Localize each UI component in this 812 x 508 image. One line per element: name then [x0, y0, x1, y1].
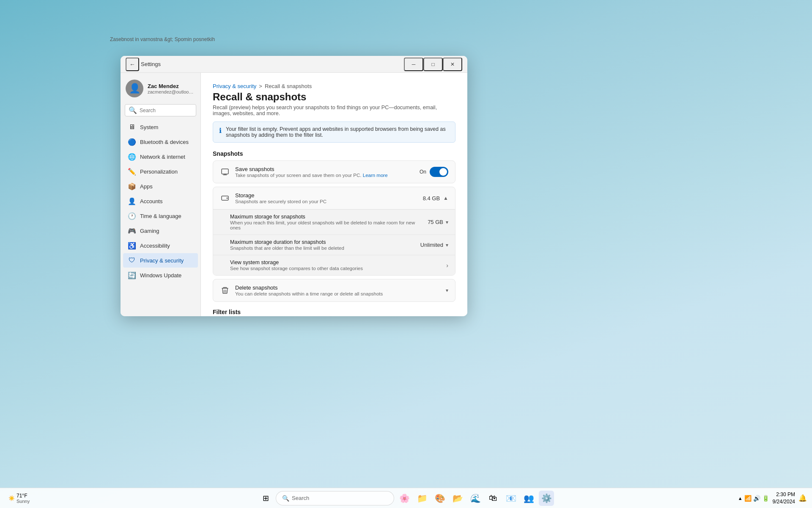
sidebar-item-update[interactable]: 🔄 Windows Update — [123, 268, 198, 282]
main-content: Privacy & security > Recall & snapshots … — [201, 73, 467, 316]
page-title: Recall & snapshots — [213, 91, 455, 103]
taskbar-search-icon: 🔍 — [282, 495, 289, 502]
save-snapshots-toggle[interactable] — [430, 167, 448, 177]
storage-expand-chevron[interactable]: ▲ — [443, 195, 448, 201]
view-system-row[interactable]: View system storage See how snapshot sto… — [213, 255, 455, 275]
storage-card: Storage Snapshots are securely stored on… — [213, 187, 455, 276]
view-system-text: View system storage See how snapshot sto… — [230, 260, 441, 271]
user-name: Zac Mendez — [148, 83, 195, 89]
snapshots-section: Snapshots Save snapshots Take snapshots … — [213, 150, 455, 302]
save-snapshots-desc: Take snapshots of your screen and save t… — [235, 173, 414, 178]
max-duration-dropdown[interactable]: Unlimited ▾ — [420, 242, 448, 248]
taskbar-center: ⊞ 🔍 Search 🌸 📁 🎨 📂 🌊 🛍 📧 👥 ⚙️ — [258, 491, 554, 506]
user-email: zacmendez@outlook.com — [148, 89, 195, 94]
window-title: Settings — [141, 61, 404, 67]
max-storage-label: Maximum storage for snapshots — [230, 214, 422, 220]
taskbar-files-icon[interactable]: 🌸 — [397, 491, 412, 506]
taskbar: ☀️ 71°F Sunny ⊞ 🔍 Search 🌸 📁 🎨 📂 🌊 🛍 📧 👥… — [0, 488, 812, 508]
sidebar-item-bluetooth-label: Bluetooth & devices — [140, 139, 189, 145]
taskbar-search-box[interactable]: 🔍 Search — [276, 491, 394, 505]
max-duration-desc: Snapshots that are older than the limit … — [230, 246, 415, 251]
max-duration-chevron: ▾ — [446, 242, 448, 248]
sidebar-item-network[interactable]: 🌐 Network & internet — [123, 149, 198, 164]
storage-desc: Snapshots are securely stored on your PC — [235, 199, 418, 204]
sidebar-item-privacy[interactable]: 🛡 Privacy & security — [123, 253, 198, 268]
save-snapshots-learn-more[interactable]: Learn more — [363, 173, 388, 178]
clock[interactable]: 2:30 PM 9/24/2024 — [773, 491, 795, 505]
taskbar-folder-icon[interactable]: 📂 — [450, 491, 465, 506]
breadcrumb-nav: Privacy & security > Recall & snapshots — [213, 83, 455, 89]
network-tray-icon[interactable]: 📶 — [744, 495, 752, 502]
minimize-button[interactable]: ─ — [404, 58, 423, 71]
breadcrumb-parent[interactable]: Privacy & security — [213, 83, 256, 89]
time-icon: 🕐 — [128, 212, 136, 220]
delete-snapshots-desc: You can delete snapshots within a time r… — [235, 291, 441, 296]
max-storage-text: Maximum storage for snapshots When you r… — [230, 214, 422, 230]
taskbar-search-label: Search — [292, 495, 309, 501]
sidebar-search-input[interactable] — [140, 108, 192, 113]
user-profile[interactable]: 👤 Zac Mendez zacmendez@outlook.com — [121, 76, 200, 102]
breadcrumb-current: Recall & snapshots — [265, 83, 312, 89]
sidebar-item-accessibility[interactable]: ♿ Accessibility — [123, 238, 198, 253]
apps-icon: 📦 — [128, 182, 136, 190]
max-storage-dropdown[interactable]: 75 GB ▾ — [428, 219, 448, 225]
volume-icon[interactable]: 🔊 — [753, 495, 760, 502]
gaming-icon: 🎮 — [128, 227, 136, 235]
svg-rect-0 — [222, 169, 228, 174]
sidebar-item-gaming[interactable]: 🎮 Gaming — [123, 224, 198, 238]
accounts-icon: 👤 — [128, 197, 136, 205]
delete-snapshots-card: Delete snapshots You can delete snapshot… — [213, 279, 455, 302]
sidebar-item-bluetooth[interactable]: 🔵 Bluetooth & devices — [123, 135, 198, 149]
weather-temp: 71°F — [16, 493, 30, 499]
page-subtitle: Recall (preview) helps you search your s… — [213, 105, 455, 116]
storage-row: Storage Snapshots are securely stored on… — [213, 187, 455, 209]
weather-condition: Sunny — [16, 499, 30, 504]
info-banner-text: Your filter list is empty. Prevent apps … — [226, 126, 449, 138]
taskbar-right: ▲ 📶 🔊 🔋 2:30 PM 9/24/2024 🔔 — [738, 491, 807, 505]
back-button[interactable]: ← — [126, 58, 139, 71]
taskbar-browser-icon[interactable]: 🎨 — [432, 491, 447, 506]
save-snapshots-toggle-label: On — [420, 169, 426, 175]
title-bar: ← Settings ─ □ ✕ — [121, 56, 467, 73]
sidebar-item-system[interactable]: 🖥 System — [123, 120, 198, 134]
snapshots-section-title: Snapshots — [213, 150, 455, 157]
breadcrumb-separator: > — [259, 83, 262, 89]
taskbar-settings-icon[interactable]: ⚙️ — [539, 491, 554, 506]
delete-snapshots-label: Delete snapshots — [235, 284, 441, 291]
info-icon: ℹ — [219, 127, 222, 135]
taskbar-mail-icon[interactable]: 📧 — [503, 491, 518, 506]
save-snapshots-icon — [220, 167, 230, 177]
start-button[interactable]: ⊞ — [258, 491, 273, 506]
bluetooth-icon: 🔵 — [128, 138, 136, 146]
delete-snapshots-control: ▾ — [446, 287, 448, 293]
close-button[interactable]: ✕ — [443, 58, 462, 71]
weather-widget[interactable]: ☀️ 71°F Sunny — [5, 491, 33, 506]
delete-snapshots-chevron[interactable]: ▾ — [446, 287, 448, 293]
filter-lists-section: Filter lists Filter sensitive informatio… — [213, 309, 455, 316]
save-snapshots-card: Save snapshots Take snapshots of your sc… — [213, 160, 455, 183]
battery-icon[interactable]: 🔋 — [762, 495, 769, 502]
taskbar-edge-icon[interactable]: 🌊 — [468, 491, 483, 506]
sidebar-item-personalization[interactable]: ✏️ Personalization — [123, 164, 198, 179]
notification-icon[interactable]: 🔔 — [798, 494, 807, 502]
sidebar-item-accessibility-label: Accessibility — [140, 243, 170, 249]
taskbar-store-icon[interactable]: 🛍 — [486, 491, 501, 506]
info-banner: ℹ Your filter list is empty. Prevent app… — [213, 121, 455, 143]
max-storage-chevron: ▾ — [446, 219, 448, 225]
sidebar-search-box[interactable]: 🔍 — [125, 104, 196, 116]
search-icon: 🔍 — [129, 106, 137, 114]
filter-lists-title: Filter lists — [213, 309, 455, 315]
max-storage-value: 75 GB — [428, 219, 443, 225]
save-snapshots-text: Save snapshots Take snapshots of your sc… — [235, 166, 414, 178]
privacy-icon: 🛡 — [128, 257, 136, 264]
sidebar-nav: 🖥 System 🔵 Bluetooth & devices 🌐 Network… — [121, 120, 200, 282]
sidebar-item-accounts[interactable]: 👤 Accounts — [123, 194, 198, 208]
taskbar-teams-icon[interactable]: 👥 — [521, 491, 536, 506]
maximize-button[interactable]: □ — [423, 58, 443, 71]
chevron-up-icon[interactable]: ▲ — [738, 496, 743, 501]
sidebar-item-time[interactable]: 🕐 Time & language — [123, 209, 198, 223]
sidebar-item-apps[interactable]: 📦 Apps — [123, 179, 198, 193]
user-info: Zac Mendez zacmendez@outlook.com — [148, 83, 195, 94]
taskbar-explorer-icon[interactable]: 📁 — [414, 491, 430, 506]
sidebar: 👤 Zac Mendez zacmendez@outlook.com 🔍 🖥 S… — [121, 73, 201, 316]
